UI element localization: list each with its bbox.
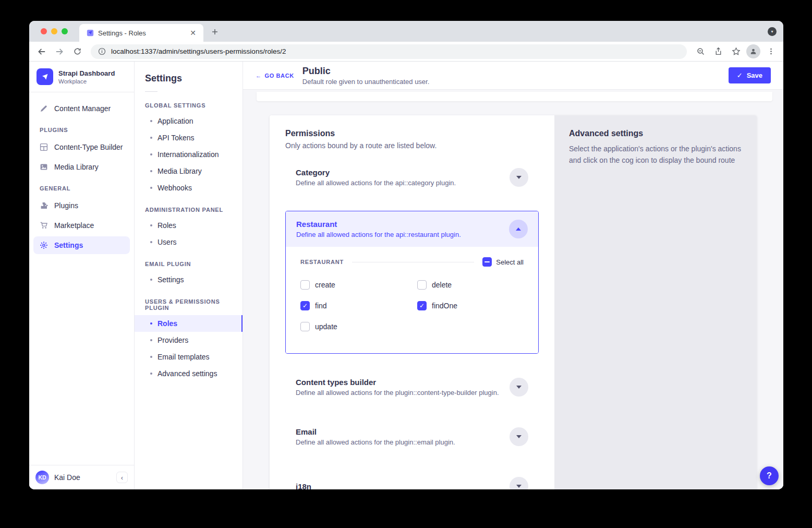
delete-checkbox[interactable] (417, 280, 427, 290)
sidebar-nav: Content Manager PLUGINS Content-Type Bui… (29, 92, 134, 465)
accordion-i18n[interactable]: i18n (285, 470, 539, 489)
bullet-icon (150, 153, 152, 155)
sidebar-item-label: Content-Type Builder (54, 143, 123, 151)
accordion-text: i18n (296, 482, 311, 490)
minimize-window-button[interactable] (51, 28, 57, 34)
settings-nav-item-email-templates[interactable]: Email templates (135, 349, 243, 365)
settings-nav-item-admin-users[interactable]: Users (135, 234, 243, 250)
settings-nav-item-label: Users (157, 238, 177, 246)
sidebar-item-settings[interactable]: Settings (33, 236, 130, 254)
action-find[interactable]: find (300, 301, 417, 310)
address-bar[interactable]: localhost:1337/admin/settings/users-perm… (91, 44, 687, 59)
settings-section-email-plugin: EMAIL PLUGIN (145, 261, 232, 267)
select-all-checkbox[interactable] (482, 257, 492, 267)
chevron-down-icon (516, 176, 522, 179)
advanced-settings-description: Select the application's actions or the … (569, 143, 741, 166)
update-checkbox[interactable] (300, 322, 310, 331)
user-name: Kai Doe (54, 473, 111, 482)
collapse-restaurant-button[interactable] (509, 220, 528, 238)
permissions-card: Permissions Only actions bound by a rout… (270, 115, 757, 489)
accordion-category[interactable]: Category Define all allowed actions for … (285, 161, 539, 194)
accordion-email[interactable]: Email Define all allowed actions for the… (285, 421, 539, 453)
settings-nav-item-label: Providers (157, 336, 188, 344)
settings-nav-item-advanced-settings[interactable]: Advanced settings (135, 365, 243, 382)
question-mark-icon: ? (767, 471, 772, 481)
settings-nav-item-label: Application (157, 117, 193, 125)
find-checkbox[interactable] (300, 301, 310, 310)
image-icon (40, 163, 48, 171)
share-icon[interactable] (711, 44, 725, 59)
bookmark-star-icon[interactable] (729, 44, 743, 59)
help-button[interactable]: ? (760, 466, 779, 485)
url-text: localhost:1337/admin/settings/users-perm… (111, 47, 286, 55)
close-window-button[interactable] (41, 28, 47, 34)
expand-i18n-button[interactable] (510, 477, 528, 489)
gear-icon (40, 241, 48, 249)
expand-email-button[interactable] (510, 427, 528, 446)
bullet-icon (150, 187, 152, 189)
browser-menu-icon[interactable] (763, 44, 778, 59)
browser-profile-avatar[interactable] (746, 44, 760, 58)
tab-close-icon[interactable]: ✕ (188, 28, 198, 38)
settings-nav-item-label: Internationalization (157, 150, 219, 159)
sidebar-item-media-library[interactable]: Media Library (33, 158, 130, 176)
chevron-down-icon (516, 435, 522, 438)
settings-nav-item-email-settings[interactable]: Settings (135, 271, 243, 288)
settings-nav-item-media-library[interactable]: Media Library (135, 163, 243, 179)
accordion-title: Content types builder (296, 378, 499, 387)
settings-nav-item-api-tokens[interactable]: API Tokens (135, 129, 243, 146)
settings-nav: Settings GLOBAL SETTINGS Application API… (135, 62, 243, 489)
action-label: create (315, 281, 335, 289)
accordion-text: Content types builder Define all allowed… (296, 378, 499, 397)
accordion-title: Category (296, 168, 456, 177)
bullet-icon (150, 224, 152, 226)
action-label: find (315, 302, 327, 310)
sidebar-item-plugins[interactable]: Plugins (33, 197, 130, 214)
forward-button[interactable] (52, 44, 67, 59)
site-info-icon[interactable] (98, 47, 106, 55)
bullet-icon (150, 279, 152, 281)
sidebar-item-marketplace[interactable]: Marketplace (33, 217, 130, 234)
window-controls (41, 28, 68, 34)
settings-nav-item-webhooks[interactable]: Webhooks (135, 179, 243, 196)
action-update[interactable]: update (300, 322, 417, 331)
role-details-card-bottom (257, 92, 772, 101)
sidebar-item-content-type-builder[interactable]: Content-Type Builder (33, 138, 130, 156)
browser-window: Settings - Roles ✕ ▾ localhost:1337/admi… (29, 21, 783, 489)
zoom-icon[interactable] (693, 44, 708, 59)
page-subtitle: Default role given to unauthenticated us… (302, 78, 430, 86)
action-findone[interactable]: findOne (417, 301, 524, 310)
settings-nav-item-providers[interactable]: Providers (135, 332, 243, 349)
settings-nav-item-label: Webhooks (157, 184, 192, 192)
settings-nav-item-application[interactable]: Application (135, 113, 243, 129)
collapse-sidebar-button[interactable]: ‹ (116, 472, 128, 483)
back-button[interactable] (34, 44, 49, 59)
content-scroll-area[interactable]: Permissions Only actions bound by a rout… (243, 90, 783, 489)
settings-nav-item-internationalization[interactable]: Internationalization (135, 146, 243, 163)
select-all-control[interactable]: Select all (482, 257, 524, 267)
user-avatar[interactable]: KD (35, 471, 49, 484)
sidebar-item-content-manager[interactable]: Content Manager (33, 100, 130, 117)
action-create[interactable]: create (300, 280, 417, 290)
reload-button[interactable] (70, 44, 84, 59)
tab-search-button[interactable]: ▾ (768, 27, 777, 36)
save-button[interactable]: ✓ Save (729, 67, 771, 83)
maximize-window-button[interactable] (62, 28, 68, 34)
settings-nav-item-label: Advanced settings (157, 369, 217, 378)
accordion-restaurant-header[interactable]: Restaurant Define all allowed actions fo… (286, 211, 538, 247)
findone-checkbox[interactable] (417, 301, 427, 310)
sidebar-item-label: Content Manager (54, 104, 111, 113)
settings-nav-item-up-roles[interactable]: Roles (135, 315, 243, 332)
main-content: ← GO BACK Public Default role given to u… (243, 62, 783, 489)
new-tab-button[interactable] (209, 26, 221, 38)
create-checkbox[interactable] (300, 280, 310, 290)
expand-content-types-builder-button[interactable] (510, 378, 528, 397)
accordion-content-types-builder[interactable]: Content types builder Define all allowed… (285, 371, 539, 403)
browser-tab[interactable]: Settings - Roles ✕ (79, 24, 203, 42)
settings-section-global: GLOBAL SETTINGS (145, 102, 232, 109)
expand-category-button[interactable] (510, 168, 528, 187)
workspace-brand[interactable]: Strapi Dashboard Workplace (29, 62, 134, 92)
settings-nav-item-admin-roles[interactable]: Roles (135, 217, 243, 234)
action-delete[interactable]: delete (417, 280, 524, 290)
go-back-link[interactable]: ← GO BACK (256, 73, 294, 79)
